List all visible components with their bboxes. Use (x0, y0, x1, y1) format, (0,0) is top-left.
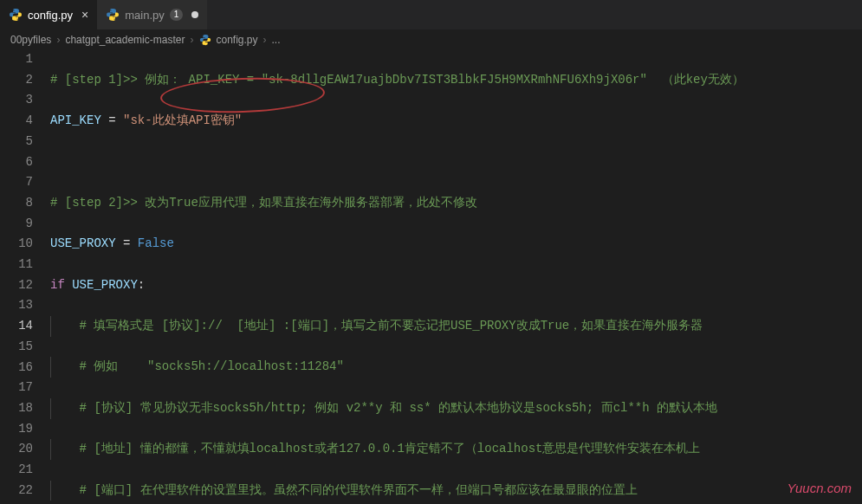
code-comment: # [step 2]>> 改为True应用代理，如果直接在海外服务器部署，此处不… (50, 196, 477, 210)
close-icon[interactable]: × (81, 8, 88, 22)
tab-badge: 1 (170, 9, 184, 21)
tab-bar: config.py × main.py 1 (0, 0, 862, 30)
tab-label: config.py (28, 9, 73, 22)
tab-label: main.py (125, 9, 165, 22)
python-icon (9, 8, 23, 22)
python-icon (106, 8, 120, 22)
code-token: API_KEY (50, 113, 101, 127)
tab-main-py[interactable]: main.py 1 (97, 0, 207, 29)
code-editor[interactable]: 123 456 789 101112 131415 161718 192021 … (0, 49, 862, 504)
tab-config-py[interactable]: config.py × (0, 0, 97, 29)
breadcrumb: 00pyfiles › chatgpt_academic-master › co… (0, 30, 862, 49)
code-comment: # [step 1]>> 例如： API_KEY = "sk-8dllgEAW1… (50, 73, 744, 87)
breadcrumb-part[interactable]: config.py (216, 34, 257, 46)
chevron-right-icon: › (56, 34, 60, 46)
breadcrumb-part[interactable]: ... (271, 34, 280, 46)
chevron-right-icon: › (190, 34, 193, 46)
unsaved-dot-icon (191, 11, 198, 18)
chevron-right-icon: › (262, 34, 266, 46)
breadcrumb-part[interactable]: 00pyfiles (10, 34, 51, 46)
watermark: Yuucn.com (787, 481, 852, 495)
line-number-gutter: 123 456 789 101112 131415 161718 192021 … (0, 49, 50, 504)
python-icon (198, 33, 212, 47)
code-area[interactable]: # [step 1]>> 例如： API_KEY = "sk-8dllgEAW1… (50, 49, 862, 504)
breadcrumb-part[interactable]: chatgpt_academic-master (65, 34, 185, 46)
